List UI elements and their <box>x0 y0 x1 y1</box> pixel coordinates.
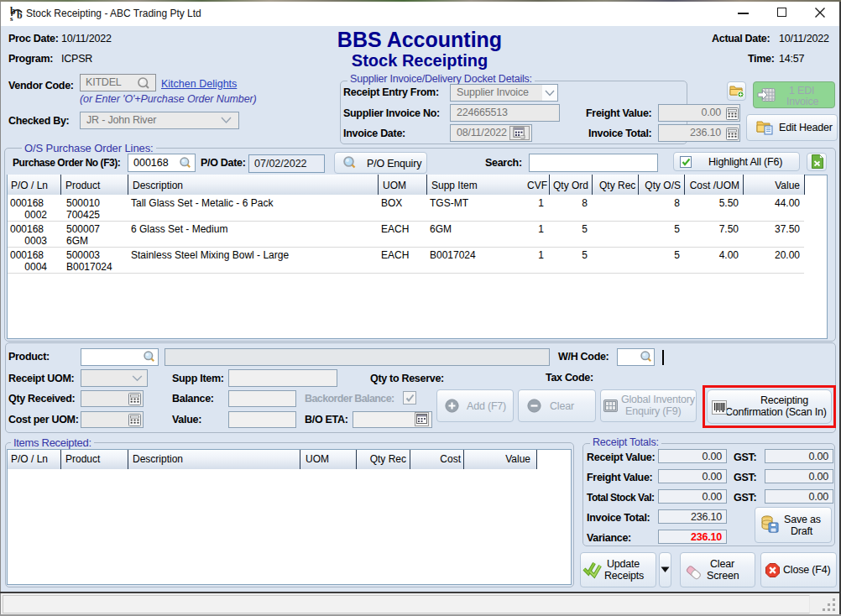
svg-text:b: b <box>17 9 23 21</box>
svg-text:s: s <box>10 14 13 23</box>
